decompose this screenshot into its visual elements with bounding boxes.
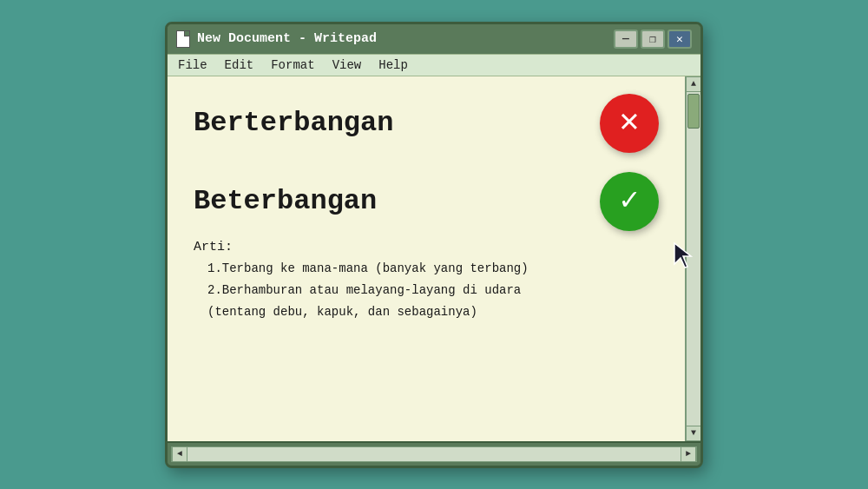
minimize-button[interactable]: — bbox=[614, 30, 638, 49]
horizontal-scrollbar: ◄ ► bbox=[171, 446, 697, 462]
definition-item-3: (tentang debu, kapuk, dan sebagainya) bbox=[207, 303, 659, 321]
menu-bar: File Edit Format View Help bbox=[168, 54, 700, 76]
close-button[interactable]: ✕ bbox=[667, 30, 692, 49]
wrong-word-row: Berterbangan ✕ bbox=[194, 94, 659, 153]
scroll-right-button[interactable]: ► bbox=[681, 446, 696, 462]
maximize-button[interactable]: ❐ bbox=[641, 30, 665, 49]
window-icon bbox=[176, 30, 190, 48]
definition-item-2: 2.Berhamburan atau melayang-layang di ud… bbox=[207, 281, 659, 300]
window-title: New Document - Writepad bbox=[197, 31, 607, 46]
menu-view[interactable]: View bbox=[332, 58, 362, 72]
wrong-icon: ✕ bbox=[600, 94, 659, 153]
content-area: Berterbangan ✕ Beterbangan ✓ bbox=[168, 76, 700, 441]
menu-format[interactable]: Format bbox=[271, 58, 314, 72]
scroll-thumb-v[interactable] bbox=[687, 94, 700, 129]
check-mark-icon: ✓ bbox=[620, 186, 639, 217]
document-area: Berterbangan ✕ Beterbangan ✓ bbox=[168, 76, 685, 441]
scroll-down-button[interactable]: ▼ bbox=[686, 426, 701, 441]
window-controls: — ❐ ✕ bbox=[614, 30, 692, 49]
menu-edit[interactable]: Edit bbox=[225, 58, 254, 72]
svg-marker-0 bbox=[674, 243, 691, 268]
correct-icon: ✓ bbox=[600, 172, 659, 231]
scroll-left-button[interactable]: ◄ bbox=[172, 446, 187, 462]
scroll-up-button[interactable]: ▲ bbox=[686, 76, 701, 92]
bottom-bar: ◄ ► bbox=[168, 441, 700, 466]
menu-help[interactable]: Help bbox=[378, 58, 408, 72]
definition-title: Arti: bbox=[194, 240, 659, 254]
x-mark-icon: ✕ bbox=[620, 106, 640, 139]
correct-word-text: Beterbangan bbox=[194, 185, 582, 217]
separator bbox=[194, 162, 659, 172]
scroll-track-h[interactable] bbox=[187, 447, 681, 461]
title-bar: New Document - Writepad — ❐ ✕ bbox=[168, 24, 700, 54]
wrong-word-text: Berterbangan bbox=[194, 107, 582, 139]
definition-item-1: 1.Terbang ke mana-mana (banyak yang terb… bbox=[207, 260, 659, 278]
main-window: New Document - Writepad — ❐ ✕ File Edit … bbox=[165, 22, 703, 468]
correct-word-row: Beterbangan ✓ bbox=[194, 172, 659, 231]
definition-section: Arti: 1.Terbang ke mana-mana (banyak yan… bbox=[194, 240, 659, 321]
menu-file[interactable]: File bbox=[178, 58, 207, 72]
